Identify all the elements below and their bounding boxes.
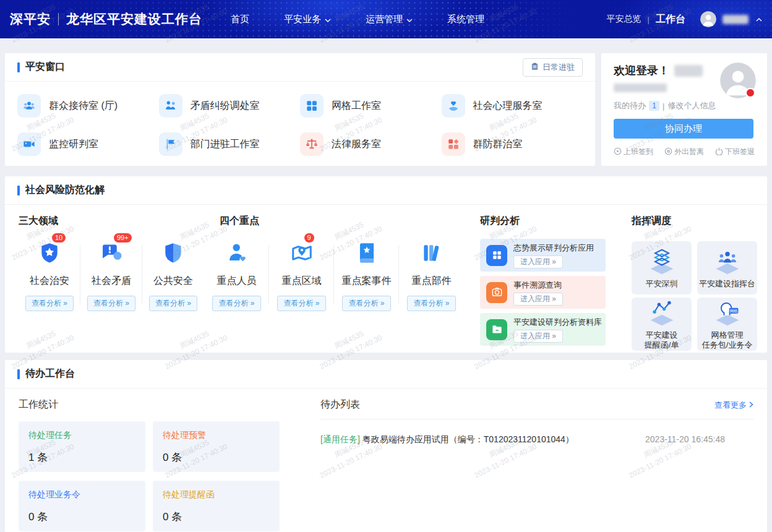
clock-out-icon (715, 147, 723, 157)
edit-profile-link[interactable]: 修改个人信息 (667, 100, 716, 111)
domain-item-public-security: 10 社会治安 查看分析 » (19, 241, 80, 311)
pingan-overview-link[interactable]: 平安总览 (607, 14, 641, 25)
user-name-blurred (674, 65, 703, 77)
my-todo-link[interactable]: 我的待办 (614, 100, 646, 111)
room-monitoring[interactable]: 监控研判室 (17, 127, 159, 161)
menu-item-home[interactable]: 首页 (231, 14, 249, 25)
welcome-panel: 欢迎登录！ 我的待办 1 | 修改个人信息 协同办理 上班签到 外出暂离 (601, 53, 767, 166)
trace-camera-icon (486, 282, 507, 303)
chevron-down-icon (406, 14, 413, 25)
menu-item-pingan-business[interactable]: 平安业务 (284, 14, 331, 25)
user-avatar[interactable] (700, 11, 716, 27)
view-analysis-button[interactable]: 查看分析 » (212, 296, 260, 311)
section-accent-bar (17, 369, 20, 379)
chevron-up-icon[interactable] (756, 17, 762, 22)
command-people-icon (711, 248, 744, 278)
analysis-app-trace[interactable]: 事件溯源查询 进入应用 » (480, 276, 606, 309)
view-more-link[interactable]: 查看更多 (714, 400, 753, 411)
folder-icon (486, 319, 507, 340)
todo-list-item[interactable]: [通用任务]粤政易端待办应用试用（编号：T0120231120101044） 2… (320, 419, 753, 460)
stat-pending-alerts[interactable]: 待处理预警 0 条 (153, 421, 280, 472)
count-badge: 10 (52, 233, 66, 242)
clock-in-icon (614, 147, 622, 157)
dispatch-tile-command-platform[interactable]: 平安建设指挥台 (697, 241, 757, 294)
grid-icon (300, 94, 324, 118)
scales-icon (300, 132, 324, 156)
todo-workbench-section: 待办工作台 工作统计 待处理任务 1 条 待处理预警 0 条 待处理业务令 0 (5, 360, 767, 532)
person-heart-icon (225, 241, 249, 267)
pingan-window-section: 平安窗口 日常进驻 群众接待室 (厅) 矛盾纠纷调处室 网格工作室 (5, 53, 595, 166)
count-badge: 99+ (114, 233, 132, 242)
user-name-blurred (723, 15, 748, 24)
main-menu: 首页 平安业务 运营管理 系统管理 (231, 14, 484, 25)
todo-list-header: 待办列表 (320, 398, 360, 411)
profile-avatar[interactable] (720, 62, 756, 98)
page-content: 平安窗口 日常进驻 群众接待室 (厅) 矛盾纠纷调处室 网格工作室 (0, 38, 772, 532)
room-legal-service[interactable]: 法律服务室 (300, 127, 442, 161)
books-icon (420, 241, 444, 267)
view-analysis-button[interactable]: 查看分析 » (87, 296, 135, 311)
focus-item-key-parts: 重点部件 查看分析 » (399, 241, 464, 311)
chevron-right-icon (749, 400, 753, 410)
top-navbar: 深平安 龙华区平安建设工作台 首页 平安业务 运营管理 系统管理 平安总览 | … (0, 0, 772, 38)
domains-header: 三大领域 (19, 215, 204, 228)
focus-item-key-people: 重点人员 查看分析 » (204, 241, 269, 311)
analysis-app-library[interactable]: 平安建设研判分析资料库 进入应用 » (480, 313, 606, 346)
layers-icon (646, 248, 678, 278)
mediation-icon (159, 94, 182, 118)
menu-item-system[interactable]: 系统管理 (447, 14, 484, 25)
view-analysis-button[interactable]: 查看分析 » (149, 296, 197, 311)
dispatch-tile-reminder-letters[interactable]: 平安建设提醒函/单 (632, 298, 692, 351)
shield-star-icon (38, 241, 61, 267)
menu-item-operations[interactable]: 运营管理 (366, 14, 413, 25)
clock-out-button[interactable]: 下班签退 (715, 147, 755, 157)
user-org-blurred (614, 84, 667, 92)
risk-prevention-section: 社会风险防范化解 三大领域 10 社会治安 查看分析 » (5, 176, 767, 353)
room-grid-studio[interactable]: 网格工作室 (300, 89, 442, 122)
clock-in-button[interactable]: 上班签到 (614, 147, 653, 157)
section-accent-bar (17, 62, 20, 72)
view-analysis-button[interactable]: 查看分析 » (277, 296, 325, 311)
daily-checkin-button[interactable]: 日常进驻 (523, 58, 583, 77)
dispatch-header: 指挥调度 (632, 215, 767, 228)
room-public-reception[interactable]: 群众接待室 (厅) (17, 89, 159, 122)
analysis-app-situation[interactable]: 态势展示研判分析应用 进入应用 » (480, 239, 606, 272)
stat-pending-orders[interactable]: 待处理业务令 0 条 (19, 481, 145, 531)
view-analysis-button[interactable]: 查看分析 » (407, 296, 455, 311)
work-stats-header: 工作统计 (19, 398, 302, 411)
view-analysis-button[interactable]: 查看分析 » (25, 296, 74, 311)
workbench-link[interactable]: 工作台 (656, 13, 685, 26)
temp-leave-icon (664, 147, 672, 157)
enter-app-button[interactable]: 进入应用 » (513, 293, 563, 306)
temp-leave-button[interactable]: 外出暂离 (664, 147, 704, 157)
task-type-tag: [通用任务] (320, 434, 360, 444)
logo-primary: 深平安 (10, 11, 51, 28)
shield-icon (161, 241, 185, 267)
network-icon (646, 299, 678, 329)
domain-item-social-conflict: 99+ 社会矛盾 查看分析 » (80, 241, 142, 311)
enter-app-button[interactable]: 进入应用 » (513, 255, 563, 268)
view-analysis-button[interactable]: 查看分析 » (342, 296, 390, 311)
logo-divider (58, 13, 59, 25)
video-camera-icon (17, 132, 41, 156)
count-badge: 9 (304, 233, 314, 242)
todo-count-badge[interactable]: 1 (649, 101, 659, 111)
enter-app-button[interactable]: 进入应用 » (513, 330, 563, 343)
room-mass-prevention[interactable]: 群防群治室 (442, 127, 583, 161)
section-title-risk: 社会风险防范化解 (25, 184, 105, 197)
svg-text:网格: 网格 (729, 308, 737, 313)
task-timestamp: 2023-11-20 16:45:48 (645, 434, 753, 444)
room-psych-service[interactable]: 社会心理服务室 (442, 89, 583, 122)
logo-secondary: 龙华区平安建设工作台 (66, 11, 202, 28)
dispatch-tile-pingan-shenzhen[interactable]: 平安深圳 (632, 241, 692, 294)
flag-icon (159, 132, 182, 156)
room-dispute-mediation[interactable]: 矛盾纠纷调处室 (159, 89, 301, 122)
focus-header: 四个重点 (220, 215, 464, 228)
book-star-icon (355, 241, 379, 267)
room-dept-station[interactable]: 部门进驻工作室 (159, 127, 301, 161)
stat-pending-reminders[interactable]: 待处理提醒函 0 条 (153, 481, 280, 531)
dispatch-tile-grid-tasks[interactable]: 网格 网格管理任务包/业务令 (697, 298, 757, 351)
rooms-grid: 群众接待室 (厅) 矛盾纠纷调处室 网格工作室 社会心理服务室 监控研判室 (5, 82, 595, 161)
collaborate-button[interactable]: 协同办理 (614, 119, 753, 139)
stat-pending-tasks[interactable]: 待处理任务 1 条 (19, 421, 145, 472)
